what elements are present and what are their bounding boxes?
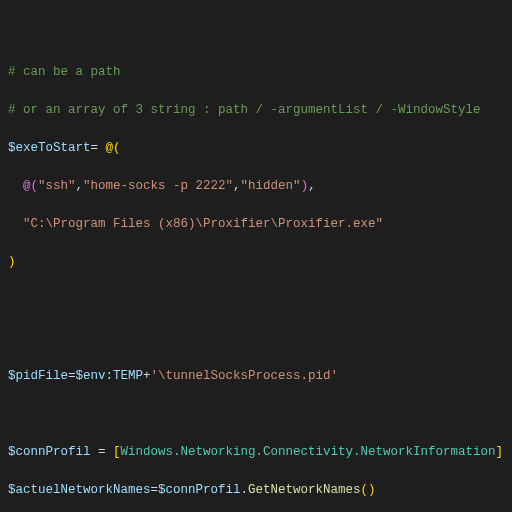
comment: # or an array of 3 string : path / -argu… (8, 103, 481, 117)
code-line: "C:\Program Files (x86)\Proxifier\Proxif… (8, 215, 504, 234)
code-line: # can be a path (8, 63, 504, 82)
code-line: $connProfil = [Windows.Networking.Connec… (8, 443, 504, 462)
code-line: $actuelNetworkNames=$connProfil.GetNetwo… (8, 481, 504, 500)
code-editor-viewport[interactable]: { "c1": "# can be a path", "c2": "# or a… (0, 0, 512, 512)
code-line (8, 405, 504, 424)
code-line: ) (8, 253, 504, 272)
string: "C:\Program Files (x86)\Proxifier\Proxif… (23, 217, 383, 231)
code-line: $pidFile=$env:TEMP+'\tunnelSocksProcess.… (8, 367, 504, 386)
comment: # can be a path (8, 65, 121, 79)
code-line: @("ssh","home-socks -p 2222","hidden"), (8, 177, 504, 196)
variable: $pidFile (8, 369, 68, 383)
code-line (8, 329, 504, 348)
type: Windows.Networking.Connectivity.NetworkI… (121, 445, 496, 459)
code-line (8, 291, 504, 310)
code-line: # or an array of 3 string : path / -argu… (8, 101, 504, 120)
code-line: $exeToStart= @( (8, 139, 504, 158)
variable: $exeToStart (8, 141, 91, 155)
